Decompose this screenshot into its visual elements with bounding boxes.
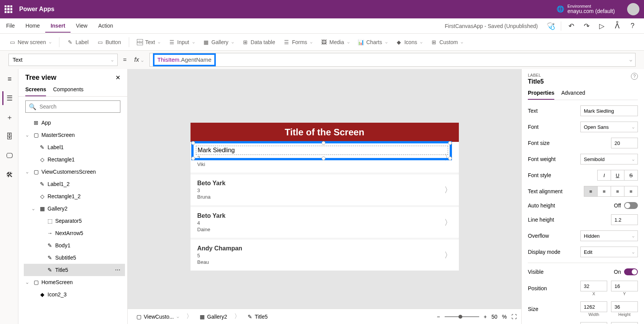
app-canvas[interactable]: Title of the Screen Mark Siedling2Viki〉B… [191, 123, 459, 271]
chevron-right-icon[interactable]: 〉 [444, 184, 452, 195]
icons-btn[interactable]: ◆Icons⌵ [393, 37, 426, 48]
expand-formula-icon[interactable]: ⌵ [629, 57, 632, 62]
tree-node-ViewCustomersScreen[interactable]: ⌵▢ViewCustomersScreen [24, 166, 125, 178]
prop-lineheight-input[interactable]: 1.2 [611, 214, 638, 225]
tree-node-Label1_2[interactable]: ✎Label1_2 [24, 178, 125, 190]
new-screen-btn[interactable]: ▭New screen⌵ [6, 37, 54, 48]
prop-fontstyle-group[interactable]: IUS [598, 170, 638, 181]
zoom-out-icon[interactable]: − [437, 314, 440, 320]
menu-file[interactable]: File [1, 20, 20, 33]
menu-home[interactable]: Home [20, 20, 45, 33]
prop-font-select[interactable]: Open Sans⌵ [580, 122, 638, 132]
canvas-area[interactable]: Title of the Screen Mark Siedling2Viki〉B… [128, 69, 521, 324]
tree-node-Subtitle5[interactable]: ✎Subtitle5 [24, 252, 125, 264]
chevron-right-icon[interactable]: 〉 [444, 250, 452, 260]
tab-advanced[interactable]: Advanced [561, 90, 585, 100]
fit-icon[interactable]: ⛶ [511, 314, 517, 320]
prop-autoheight-toggle[interactable] [624, 202, 638, 209]
menu-view[interactable]: View [71, 20, 93, 33]
close-tree-icon[interactable]: ✕ [115, 74, 120, 81]
rail-hamburger-icon[interactable]: ≡ [2, 72, 16, 86]
tree-node-Label1[interactable]: ✎Label1 [24, 141, 125, 153]
tree-node-Separator5[interactable]: ⬚Separator5 [24, 215, 125, 227]
prop-padbottom-input[interactable]: 0 [611, 322, 638, 324]
waffle-icon[interactable] [5, 5, 12, 13]
app-checker-icon[interactable]: 🩺 [544, 19, 558, 33]
tree-search-input[interactable] [39, 104, 117, 110]
zoom-in-icon[interactable]: + [484, 314, 487, 320]
breadcrumb-title[interactable]: ✎Title5 [243, 312, 272, 322]
app-status: FirstCanvasApp - Saved (Unpublished) [445, 23, 538, 29]
environment-selector[interactable]: 🌐 Environment enayu.com (default) [557, 4, 615, 14]
gallery-icon: ▦ [203, 39, 209, 45]
gallery-row[interactable]: Andy Champan5Beau〉 [191, 238, 459, 270]
rail-add-icon[interactable]: ＋ [2, 110, 16, 124]
prop-displaymode-select[interactable]: Edit⌵ [580, 247, 638, 257]
tree-node-Rectangle1[interactable]: ◇Rectangle1 [24, 153, 125, 166]
prop-text-input[interactable]: Mark Siedling [580, 105, 638, 116]
menu-bar: File Home Insert View Action FirstCanvas… [0, 18, 644, 34]
search-icon: 🔍 [29, 103, 36, 110]
prop-align-group[interactable]: ≡≡≡≡ [584, 186, 638, 197]
media-btn[interactable]: 🖼Media⌵ [318, 37, 352, 48]
chevron-right-icon[interactable]: 〉 [444, 217, 452, 227]
property-dropdown[interactable]: Text⌵ [8, 54, 118, 66]
tab-screens[interactable]: Screens [25, 86, 46, 96]
tree-node-Gallery2[interactable]: ⌵▦Gallery2 [24, 202, 125, 215]
tree-node-NextArrow5[interactable]: →NextArrow5 [24, 227, 125, 239]
menu-action[interactable]: Action [93, 20, 118, 33]
tree-node-MasterScreen[interactable]: ⌵▢MasterScreen [24, 129, 125, 141]
breadcrumb-screen[interactable]: ▢ViewCusto...⌵ [132, 312, 183, 322]
tree-search[interactable]: 🔍 [25, 100, 120, 113]
text-btn[interactable]: AbcText⌵ [134, 37, 164, 48]
input-btn[interactable]: ☰Input⌵ [166, 37, 197, 48]
prop-y-input[interactable]: 16 [611, 281, 638, 291]
prop-overflow-select[interactable]: Hidden⌵ [580, 230, 638, 241]
prop-padtop-input[interactable]: 0 [580, 322, 607, 324]
user-avatar[interactable] [627, 3, 639, 15]
rail-data-icon[interactable]: 🗄 [2, 130, 16, 143]
gallery[interactable]: Mark Siedling2Viki〉Beto Yark3Bruna〉Beto … [191, 142, 459, 270]
prop-width-input[interactable]: 1262 [580, 301, 607, 312]
menu-insert[interactable]: Insert [45, 20, 71, 33]
rail-tree-icon[interactable]: ☰ [2, 91, 16, 105]
tree-node-Icon2_3[interactable]: ◆Icon2_3 [24, 288, 125, 301]
tab-components[interactable]: Components [53, 86, 83, 96]
tree-title: Tree view [25, 74, 56, 82]
breadcrumb-gallery[interactable]: ▦Gallery2 [196, 312, 231, 322]
share-icon[interactable]: ᐰ [610, 19, 624, 33]
rail-tools-icon[interactable]: 🛠 [2, 168, 16, 182]
help-props-icon[interactable]: ? [631, 73, 638, 80]
formula-input[interactable]: ThisItem.AgentName ⌵ [150, 53, 636, 67]
prop-height-input[interactable]: 36 [611, 301, 638, 312]
chart-icon: 📊 [358, 39, 364, 45]
prop-x-input[interactable]: 32 [580, 281, 607, 291]
forms-btn[interactable]: ☰Forms⌵ [281, 37, 316, 48]
gallery-row[interactable]: Beto Yark3Bruna〉 [191, 173, 459, 205]
help-icon[interactable]: ? [626, 19, 639, 33]
tab-properties[interactable]: Properties [528, 90, 554, 100]
charts-btn[interactable]: 📊Charts⌵ [355, 37, 391, 48]
tree-node-App[interactable]: ⊞App [24, 117, 125, 129]
undo-icon[interactable]: ↶ [564, 19, 578, 33]
prop-visible-toggle[interactable] [624, 268, 638, 275]
tree-node-HomeScreen[interactable]: ⌵▢HomeScreen [24, 276, 125, 288]
play-icon[interactable]: ▷ [595, 19, 609, 33]
zoom-value: 50 [491, 314, 498, 320]
gallery-row[interactable]: Mark Siedling2Viki〉 [191, 142, 459, 173]
tree-node-Rectangle1_2[interactable]: ◇Rectangle1_2 [24, 190, 125, 202]
tree-body: ⊞App⌵▢MasterScreen✎Label1◇Rectangle1⌵▢Vi… [18, 117, 127, 324]
custom-btn[interactable]: ⊞Custom⌵ [428, 37, 466, 48]
gallery-btn[interactable]: ▦Gallery⌵ [200, 37, 237, 48]
label-btn[interactable]: ✎Label [64, 37, 92, 48]
tree-node-Body1[interactable]: ✎Body1 [24, 239, 125, 252]
redo-icon[interactable]: ↷ [580, 19, 593, 33]
gallery-row[interactable]: Beto Yark4Daine〉 [191, 206, 459, 238]
chevron-right-icon[interactable]: 〉 [444, 152, 452, 162]
prop-fontsize-input[interactable]: 20 [611, 138, 638, 148]
tree-node-Title5[interactable]: ✎Title5⋯ [24, 264, 125, 276]
prop-fontweight-select[interactable]: Semibold⌵ [580, 154, 638, 164]
rail-media-icon[interactable]: 🖵 [2, 149, 16, 163]
datatable-btn[interactable]: ⊞Data table [239, 37, 278, 48]
button-btn[interactable]: ▭Button [94, 37, 124, 48]
